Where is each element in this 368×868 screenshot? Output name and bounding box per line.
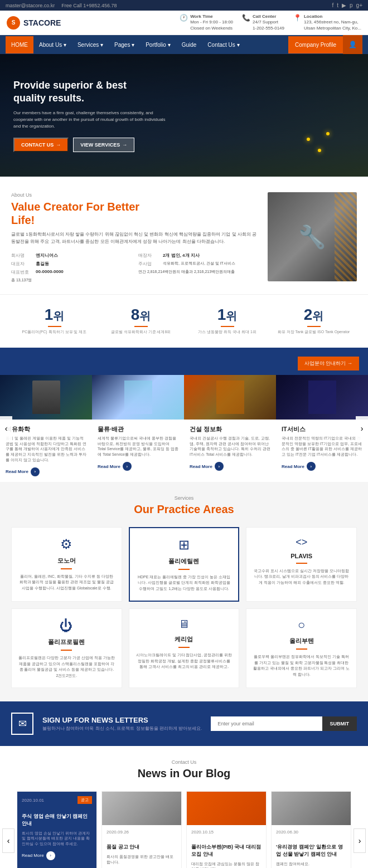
social-google[interactable]: g+ <box>356 2 362 8</box>
practice-title-1: 모노머 <box>18 557 115 565</box>
main-nav: HOME About Us ▾ Services ▾ Pages ▾ Portf… <box>0 35 368 54</box>
stat-desc-4: 화유 저장 Tank 글로벌 ISO Tank Operator <box>273 329 355 334</box>
about-image: 🔧 <box>268 192 357 281</box>
services-nav-left[interactable]: ‹ <box>0 416 12 441</box>
blog-section: Contact Us News in Our Blog ‹ 2020.10.01… <box>0 746 368 868</box>
about-title: Value Creator For Better Life! <box>11 200 259 227</box>
practice-title-5: 케리업 <box>136 635 233 643</box>
about-image-placeholder: 🔧 <box>298 224 326 250</box>
blog-img-2 <box>102 792 181 825</box>
services-header: 사업분야 안내하기 → <box>0 357 368 375</box>
service-card-img-4 <box>276 375 368 420</box>
nav-contact[interactable]: Contact Us ▾ <box>202 36 245 53</box>
phone-icon: 📞 <box>242 14 250 22</box>
social-youtube[interactable]: ▶ <box>342 2 346 8</box>
services-slider: ‹ 석유화학 폴리 및 올레핀 계열을 이용한 제품 및 기능적 공법 및 사용… <box>0 375 368 482</box>
practice-card-5: 🖥 케리업 시아노아크릴레이트 및 기타 첨단사업, 공정관리를 위한 정밀한 … <box>129 608 240 688</box>
service-card-img-1 <box>0 375 92 420</box>
clock-icon: 🕐 <box>180 14 188 22</box>
nav-guide[interactable]: Guide <box>176 36 202 53</box>
blog-label: Contact Us <box>9 759 359 765</box>
about-grid: 회사명 엔지니어스 매장자 2개 법인, 4개 지사 대표자 홍길동 주사업 석… <box>11 252 259 283</box>
services-nav-right[interactable]: › <box>356 416 368 441</box>
services-cards: 석유화학 폴리 및 올레핀 계열을 이용한 제품 및 기능적 공법 및 사용성에… <box>0 375 368 482</box>
service-card-link-2[interactable]: Read More › <box>98 462 178 471</box>
blog-nav-left[interactable]: ‹ <box>2 828 14 853</box>
blog-card-4: 2020.06.30 '유리경영 캠페인' 일환으로 영업 선물 받낳기 캠페인… <box>271 791 351 868</box>
service-img-tower <box>32 381 60 414</box>
blog-card-link-1[interactable]: Read More › <box>22 851 92 860</box>
blog-post-title-1: 주식 영업 손매 안낳기 캠페인 안내 <box>22 813 92 827</box>
view-services-btn[interactable]: VIEW SERVICES → <box>73 138 134 152</box>
practice-card-4: ⏻ 폴리프로필렌 폴리프로필렌은 다양한 고분자 가공 산업에 적용 가능한 제… <box>11 608 122 688</box>
blog-title: News in Our Blog <box>9 767 359 780</box>
service-link-arrow-3: › <box>215 462 224 471</box>
service-card-link-1[interactable]: Read More › <box>6 467 86 476</box>
logo[interactable]: S STACORE <box>7 16 61 30</box>
stat-desc-1: PC폴리머(PC) 획득하기 보유 및 제조 <box>13 329 95 334</box>
services-more-btn[interactable]: 사업분야 안내하기 → <box>298 357 359 370</box>
stat-3: 1위 가스 냉동물량 취득 국내 최대 1위 <box>184 301 270 339</box>
service-link-arrow-2: › <box>123 462 132 471</box>
blog-date-2: 2020.09.26 <box>106 830 129 835</box>
service-card-img-2 <box>92 375 184 420</box>
about-image-stripe <box>335 192 357 281</box>
blog-card-header-3: 2020.10.15 <box>187 825 266 839</box>
location-icon: 📍 <box>293 14 302 22</box>
blog-post-title-4: '유리경영 캠페인' 일환으로 영업 선물 받낳기 캠페인 안내 <box>276 843 346 857</box>
practice-icon-5: 🖥 <box>136 618 233 631</box>
about-section: About Us Value Creator For Better Life! … <box>0 177 368 294</box>
logo-icon: S <box>7 16 20 30</box>
newsletter-text: SIGN UP FOR NEWS LETTERS 블링하거나 참여하여 더욱 최… <box>42 716 202 732</box>
nav-pages[interactable]: Pages ▾ <box>109 36 140 53</box>
social-twitter[interactable]: t <box>337 2 338 8</box>
blog-card-3: 2020.10.15 폴리아소부렌(PIB) 국내 대리점 모집 안내 대리점 … <box>186 791 267 868</box>
light-dot-3 <box>326 132 330 135</box>
nav-services[interactable]: Services ▾ <box>72 36 109 53</box>
service-card-link-3[interactable]: Read More › <box>190 462 270 471</box>
stats-section: 1위 PC폴리머(PC) 획득하기 보유 및 제조 8위 글로벌 석유화학회사 … <box>0 294 368 348</box>
newsletter-submit-btn[interactable]: SUBMIT <box>322 716 357 731</box>
practice-title-2: 폴리에틸렌 <box>137 557 232 565</box>
light-dot-2 <box>318 149 321 152</box>
contact-us-btn[interactable]: CONTACT US → <box>13 138 69 152</box>
about-grid-sales: 연간 2,816,214백만원의 매출과 2,316,213백만원의매출 <box>138 269 259 275</box>
nav-person-icon[interactable]: 👤 <box>343 35 362 54</box>
about-label: About Us <box>11 192 259 198</box>
services-section: 사업분야 안내하기 → ‹ 석유화학 폴리 및 올레핀 계열을 이용한 제품 및… <box>0 348 368 482</box>
nav-about[interactable]: About Us ▾ <box>33 36 72 53</box>
newsletter-section: ✉ SIGN UP FOR NEWS LETTERS 블링하거나 참여하여 더욱… <box>0 701 368 746</box>
blog-img-4 <box>272 792 351 825</box>
blog-card-img-3 <box>187 792 266 825</box>
social-pinterest[interactable]: p <box>350 2 353 8</box>
practice-icon-4: ⏻ <box>18 618 115 633</box>
nav-home[interactable]: HOME <box>6 36 33 53</box>
social-facebook[interactable]: f <box>332 2 333 8</box>
service-card-body-3: 건설 정보화 국내외 건설공사 수행 경험과 기술, 도로, 교량, 댐, 주택… <box>184 420 276 476</box>
blog-nav-right[interactable]: › <box>354 828 366 853</box>
blog-card-header-1: 2020.10.01 공고 <box>17 792 96 808</box>
blog-card-header-2: 2020.09.26 <box>102 825 181 839</box>
newsletter-icon: ✉ <box>11 713 33 735</box>
stat-desc-3: 가스 냉동물량 취득 국내 최대 1위 <box>186 329 268 334</box>
service-card-title-2: 물류·배관 <box>98 425 178 433</box>
hero-desc: Our members have a firm goal, challenge … <box>13 110 170 130</box>
practice-icon-6: ○ <box>253 618 350 632</box>
blog-card-1: 2020.10.01 공고 주식 영업 손매 안낳기 캠페인 안내 회사의 영업… <box>17 791 97 868</box>
nav-portfolio[interactable]: Portfolio ▾ <box>140 36 176 53</box>
header: S STACORE 🕐 Work Time Mon - Fri 9:00 - 1… <box>0 11 368 35</box>
service-card-link-4[interactable]: Read More › <box>282 462 362 471</box>
blog-post-desc-1: 회사의 영업 손실 안낳기 위하여 관계자 및 협력사분들께 배포한 공지 내용… <box>22 831 92 847</box>
about-grid-company: 회사명 엔지니어스 <box>11 252 132 259</box>
practice-desc-5: 시아노아크릴레이트 및 기타 첨단사업, 공정관리를 위한 정밀한 화학공정 개… <box>136 652 233 670</box>
newsletter-email-input[interactable] <box>211 716 322 731</box>
service-card-body-4: IT서비스 국내외 전문적인 역량의 IT기업으로 국내외 전문적인 역량을 보… <box>276 420 368 476</box>
practice-title-3: PLAVIS <box>253 553 350 559</box>
practice-divider-4 <box>61 650 72 651</box>
service-link-arrow-4: › <box>307 462 316 471</box>
company-profile-btn[interactable]: Company Profile <box>288 36 343 53</box>
newsletter-form: SUBMIT <box>211 716 357 731</box>
stat-divider-3 <box>221 326 234 327</box>
practice-label: Services <box>11 495 357 501</box>
stat-divider-4 <box>307 326 321 327</box>
